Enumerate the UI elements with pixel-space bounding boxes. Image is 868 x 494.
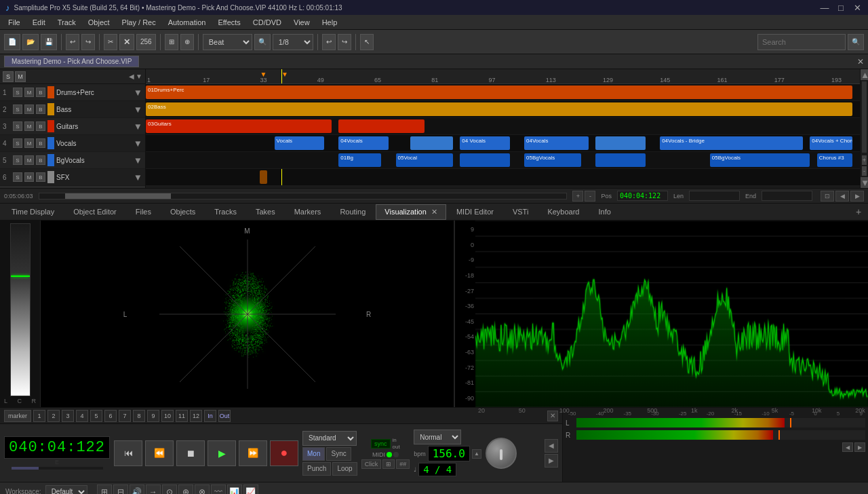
track4-block8[interactable]: 04Vocals + Chorus #3 xyxy=(810,136,852,150)
ws-tool-3[interactable]: 🔊 xyxy=(130,484,144,495)
marker-label-btn[interactable]: marker xyxy=(4,410,31,422)
scroll-down-btn[interactable]: ▼ xyxy=(861,177,868,188)
track1-block[interactable]: 01Drums+Perc xyxy=(146,86,852,99)
normal-select[interactable]: Normal Varispeed xyxy=(414,430,461,444)
track-collapse-button[interactable]: ◀ xyxy=(129,73,134,80)
tab-info[interactable]: Info xyxy=(589,204,619,219)
next-button[interactable]: ⏩ xyxy=(239,440,267,466)
track5-block5[interactable] xyxy=(595,153,646,167)
cut-button[interactable]: ✂ xyxy=(104,34,117,50)
timeline-area[interactable]: 1 17 33 49 65 81 97 113 129 145 161 177 … xyxy=(146,69,860,188)
track5-mute-btn[interactable]: M xyxy=(24,155,34,165)
playback-mode-select[interactable]: Standard Loop xyxy=(302,431,357,446)
search-button[interactable]: 🔍 xyxy=(848,34,864,50)
master-knob[interactable] xyxy=(486,438,517,469)
tab-files[interactable]: Files xyxy=(127,204,160,219)
zoom-in-v-btn[interactable]: + xyxy=(862,155,867,165)
grid-transport-btn[interactable]: ⊞ xyxy=(382,459,395,469)
redo2-button[interactable]: ↪ xyxy=(338,34,351,50)
marker-3-btn[interactable]: 3 xyxy=(62,410,74,422)
menu-cd-dvd[interactable]: CD/DVD xyxy=(248,17,287,28)
track5-block3[interactable] xyxy=(460,153,510,167)
playhead[interactable] xyxy=(281,69,282,83)
search-input[interactable] xyxy=(757,34,846,50)
scroll-thumb[interactable] xyxy=(862,81,867,153)
track1-content[interactable]: 01Drums+Perc xyxy=(146,84,860,101)
track5-block2[interactable]: 05Vocal xyxy=(396,153,453,167)
h-scroll-thumb[interactable] xyxy=(65,193,171,199)
track2-b-btn[interactable]: B xyxy=(36,104,45,114)
track5-block7[interactable]: Chorus #3 xyxy=(817,153,853,167)
track4-solo-btn[interactable]: S xyxy=(13,138,22,148)
ws-tool-8[interactable]: 〰 xyxy=(211,484,226,495)
menu-file[interactable]: File xyxy=(3,17,26,28)
marker-2-btn[interactable]: 2 xyxy=(47,410,60,422)
snap-button[interactable]: ⊕ xyxy=(180,34,194,50)
tab-objects[interactable]: Objects xyxy=(161,204,204,219)
tab-object-editor[interactable]: Object Editor xyxy=(64,204,125,219)
track4-block1[interactable]: Vocals xyxy=(275,136,325,150)
scroll-left-btn[interactable]: ◀ xyxy=(835,191,849,202)
menu-object[interactable]: Object xyxy=(83,17,115,28)
track1-expand-btn[interactable]: ▼ xyxy=(134,88,142,98)
track2-expand-btn[interactable]: ▼ xyxy=(134,104,142,115)
click-btn[interactable]: Click xyxy=(361,459,382,469)
ws-tool-5[interactable]: ⊙ xyxy=(162,484,177,495)
track2-content[interactable]: 02Bass xyxy=(146,101,860,118)
loop-btn[interactable]: Loop xyxy=(332,462,357,476)
track4-block3[interactable] xyxy=(410,136,453,150)
track4-mute-btn[interactable]: M xyxy=(24,138,34,148)
add-tab-button[interactable]: + xyxy=(852,206,865,217)
marker-in-btn[interactable]: In xyxy=(204,410,216,422)
track3-b-btn[interactable]: B xyxy=(36,121,45,131)
meter-next-btn[interactable]: ▶ xyxy=(854,442,865,452)
nav-left-btn[interactable]: ◀ xyxy=(545,439,558,453)
tab-keyboard[interactable]: Keyboard xyxy=(538,204,588,219)
record-button[interactable]: ● xyxy=(270,440,298,466)
save-button[interactable]: 💾 xyxy=(41,34,57,50)
undo2-button[interactable]: ↩ xyxy=(322,34,336,50)
pos-input[interactable] xyxy=(617,191,668,201)
track2-block[interactable]: 02Bass xyxy=(146,102,852,116)
tab-tracks[interactable]: Tracks xyxy=(205,204,245,219)
zoom-out-h-btn[interactable]: - xyxy=(585,191,595,202)
track1-b-btn[interactable]: B xyxy=(36,88,45,97)
tab-visualization-close[interactable]: ✕ xyxy=(431,208,437,216)
ws-tool-1[interactable]: ⊞ xyxy=(97,484,112,495)
track3-mute-btn[interactable]: M xyxy=(24,121,34,131)
close-project-button[interactable]: ✕ xyxy=(857,57,864,66)
ws-tool-9[interactable]: 📊 xyxy=(227,484,242,495)
track5-block4[interactable]: 05BgVocals xyxy=(524,153,581,167)
time-sig-display[interactable]: 4 / 4 xyxy=(418,463,456,476)
menu-track[interactable]: Track xyxy=(52,17,81,28)
track4-block5[interactable]: 04Vocals xyxy=(524,136,589,150)
marker-1-btn[interactable]: 1 xyxy=(33,410,45,422)
ws-tool-6[interactable]: ⊕ xyxy=(178,484,193,495)
cue-btn[interactable]: ## xyxy=(396,459,410,469)
bpm-up-btn[interactable]: ▲ xyxy=(472,449,481,459)
tab-midi-editor[interactable]: MIDI Editor xyxy=(448,204,502,219)
track1-mute-btn[interactable]: M xyxy=(24,88,34,97)
time-progress-bar[interactable] xyxy=(12,467,103,470)
beat-select[interactable]: Beat Bar Seconds xyxy=(203,34,252,50)
punch-out-marker[interactable]: ▼ xyxy=(281,71,288,78)
marker-12-btn[interactable]: 12 xyxy=(190,410,202,422)
project-tab[interactable]: Mastering Demo - Pick And Choose.VIP xyxy=(4,56,139,67)
track3-block[interactable]: 03Guitars xyxy=(146,119,332,133)
menu-view[interactable]: View xyxy=(288,17,315,28)
rewind-button[interactable]: ⏮ xyxy=(114,440,142,466)
fit-view-btn[interactable]: ⊡ xyxy=(821,191,834,202)
track5-solo-btn[interactable]: S xyxy=(13,155,22,165)
xfade-button[interactable]: ✕ xyxy=(119,34,134,50)
prev-button[interactable]: ⏪ xyxy=(145,440,174,466)
track4-block2[interactable]: 04Vocals xyxy=(338,136,389,150)
zoom-in-h-btn[interactable]: + xyxy=(572,191,583,202)
minimize-button[interactable]: — xyxy=(819,3,830,13)
menu-automation[interactable]: Automation xyxy=(163,17,212,28)
bpm-display[interactable]: 156.0 xyxy=(428,446,470,461)
tab-markers[interactable]: Markers xyxy=(285,204,330,219)
marker-7-btn[interactable]: 7 xyxy=(119,410,131,422)
tab-time-display[interactable]: Time Display xyxy=(3,204,63,219)
close-button[interactable]: ✕ xyxy=(852,3,863,13)
track-expand-button[interactable]: M xyxy=(15,71,26,82)
